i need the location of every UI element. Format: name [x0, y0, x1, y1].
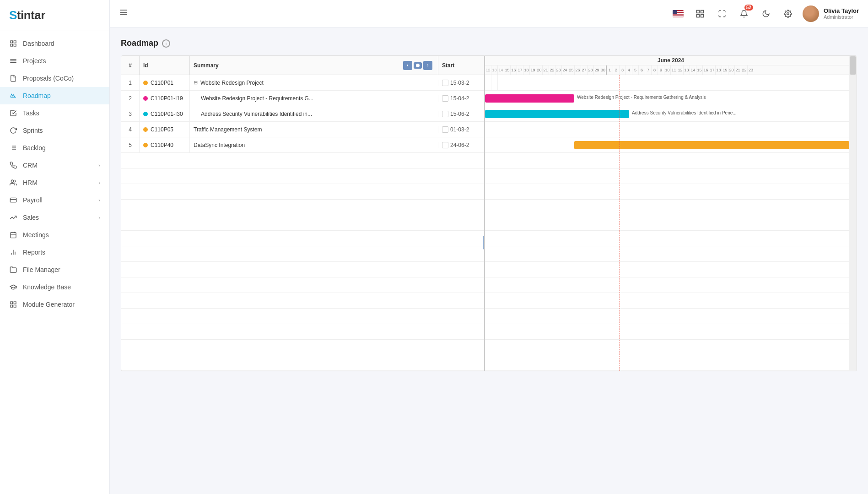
gantt-bar-row2[interactable] [485, 94, 574, 103]
knowledge-base-icon [9, 283, 17, 291]
notifications-button[interactable]: 52 [737, 6, 751, 21]
app-name: Stintar [9, 8, 100, 22]
chevron-right-icon: › [98, 180, 100, 185]
gantt-bar-label-row2: Website Redesign Project - Requirements … [577, 95, 706, 100]
sidebar: Stintar Dashboard Projects Proposals (Co… [0, 0, 110, 494]
sidebar-item-label: Projects [23, 57, 100, 65]
gantt-column-headers: # Id Summary ‹ › [121, 56, 484, 75]
gantt-next-button[interactable]: › [423, 61, 432, 70]
sidebar-item-file-manager[interactable]: File Manager [0, 261, 109, 278]
sidebar-item-backlog[interactable]: Backlog [0, 139, 109, 157]
settings-button[interactable] [781, 6, 795, 21]
user-profile[interactable]: Olivia Taylor Administrator [803, 5, 859, 22]
row-id: C110P01 [140, 75, 190, 90]
notification-badge: 52 [744, 5, 753, 11]
user-name: Olivia Taylor [824, 7, 859, 14]
table-row-empty [121, 324, 484, 340]
svg-rect-1 [14, 41, 16, 43]
status-dot [143, 96, 148, 101]
gantt-bar-row3[interactable] [485, 110, 629, 118]
chevron-right-icon: › [98, 163, 100, 168]
table-row[interactable]: 3 C110P01-I30 Address Security Vulnerabi… [121, 106, 484, 122]
sidebar-item-sales[interactable]: Sales › [0, 209, 109, 226]
expand-icon[interactable]: ⊟ [194, 80, 198, 86]
gantt-date-header: June 2024 12 13 14 15 16 17 18 19 [485, 56, 857, 75]
gantt-row-empty [485, 309, 857, 324]
row-start: 01-03-2 [438, 122, 484, 137]
col-summary-header: Summary ‹ › [190, 56, 438, 75]
sidebar-item-label: Roadmap [23, 92, 100, 99]
gantt-row-empty [485, 200, 857, 215]
table-row-empty [121, 355, 484, 371]
svg-rect-32 [673, 10, 677, 14]
sidebar-item-crm[interactable]: CRM › [0, 157, 109, 174]
row-num: 5 [121, 137, 140, 152]
scrollbar-thumb[interactable] [850, 56, 856, 75]
table-row-empty [121, 184, 484, 200]
dark-mode-button[interactable] [759, 6, 773, 21]
apps-button[interactable] [693, 6, 707, 21]
table-row-empty [121, 231, 484, 246]
sidebar-item-roadmap[interactable]: Roadmap [0, 87, 109, 104]
row-start: 15-06-2 [438, 106, 484, 121]
sidebar-item-tasks[interactable]: Tasks [0, 104, 109, 122]
row-summary: Traffic Management System [190, 126, 438, 133]
info-icon[interactable]: i [162, 39, 170, 48]
date-numbers-row: 12 13 14 15 16 17 18 19 20 21 22 23 [485, 65, 857, 75]
col-id-header: Id [140, 56, 190, 75]
svg-rect-30 [673, 14, 684, 15]
status-dot [143, 127, 148, 132]
sidebar-item-hrm[interactable]: HRM › [0, 174, 109, 191]
row-num: 2 [121, 91, 140, 106]
sidebar-item-knowledge-base[interactable]: Knowledge Base [0, 278, 109, 296]
row-summary: DataSync Integration [190, 142, 438, 148]
sidebar-item-label: File Manager [23, 266, 100, 273]
svg-rect-20 [11, 302, 13, 304]
gantt-row-empty [485, 340, 857, 355]
table-row[interactable]: 1 C110P01 ⊟ Website Redesign Project [121, 75, 484, 91]
sidebar-item-label: Payroll [23, 196, 93, 204]
table-row-empty [121, 309, 484, 324]
date-checkbox [442, 142, 448, 148]
row-num: 3 [121, 106, 140, 121]
sidebar-item-dashboard[interactable]: Dashboard [0, 35, 109, 52]
gantt-row-empty [485, 293, 857, 309]
gantt-row-empty [485, 215, 857, 231]
sidebar-item-label: HRM [23, 179, 93, 186]
status-dot [143, 112, 148, 116]
sidebar-item-payroll[interactable]: Payroll › [0, 191, 109, 209]
menu-toggle-button[interactable] [119, 8, 128, 19]
table-row-empty [121, 153, 484, 168]
table-row-empty [121, 340, 484, 355]
table-row[interactable]: 5 C110P40 DataSync Integration [121, 137, 484, 153]
header-actions: 52 [671, 6, 795, 21]
table-row-empty [121, 200, 484, 215]
vertical-scrollbar[interactable] [849, 56, 857, 371]
sidebar-item-meetings[interactable]: Meetings [0, 226, 109, 244]
sidebar-item-sprints[interactable]: Sprints [0, 122, 109, 139]
gantt-bar-label-row3: Address Security Vulnerabilities Identif… [632, 110, 737, 115]
sidebar-item-projects[interactable]: Projects [0, 52, 109, 70]
status-dot [143, 143, 148, 147]
sidebar-item-proposals[interactable]: Proposals (CoCo) [0, 70, 109, 87]
user-info: Olivia Taylor Administrator [824, 7, 859, 20]
svg-rect-21 [14, 302, 16, 304]
row-id: C110P05 [140, 122, 190, 137]
svg-rect-0 [11, 41, 13, 43]
language-selector[interactable] [671, 6, 685, 21]
row-start: 15-03-2 [438, 75, 484, 90]
gantt-prev-button[interactable]: ‹ [403, 61, 412, 70]
gantt-bar-row5[interactable] [574, 141, 849, 149]
logo[interactable]: Stintar [0, 0, 109, 31]
sidebar-item-module-generator[interactable]: Module Generator [0, 296, 109, 313]
backlog-icon [9, 144, 17, 152]
fullscreen-button[interactable] [715, 6, 729, 21]
sidebar-item-reports[interactable]: Reports [0, 244, 109, 261]
row-summary: ⊟ Website Redesign Project [190, 80, 438, 86]
gantt-today-button[interactable] [414, 62, 422, 69]
sidebar-item-label: CRM [23, 162, 93, 169]
table-row[interactable]: 4 C110P05 Traffic Management System [121, 122, 484, 137]
row-summary: Website Redesign Project - Requirements … [190, 95, 438, 102]
table-row[interactable]: 2 C110P01-I19 Website Redesign Project -… [121, 91, 484, 106]
svg-rect-2 [11, 44, 13, 46]
